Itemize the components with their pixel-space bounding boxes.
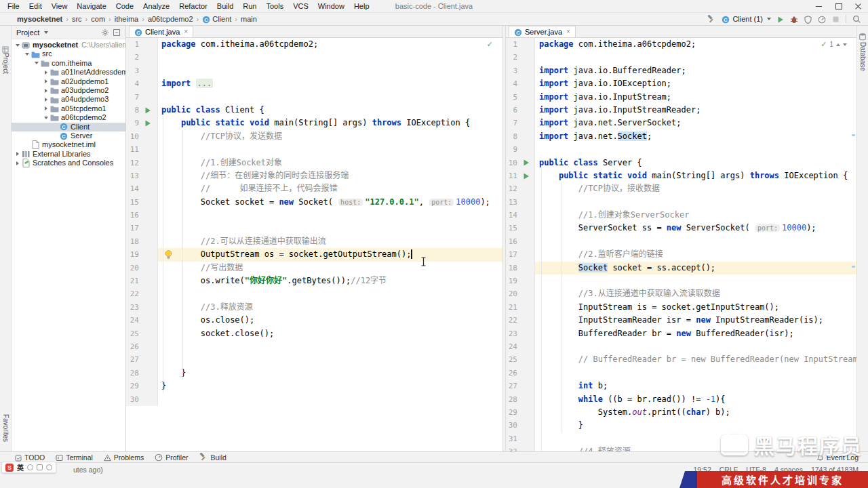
code-line-server-17[interactable]: 17 //2.监听客户端的链接: [506, 248, 856, 261]
code-text[interactable]: os.write("你好你好".getBytes());//12字节: [157, 274, 502, 287]
toolwindow-button-terminal[interactable]: Terminal: [56, 453, 93, 462]
code-text[interactable]: [534, 367, 856, 380]
tree-expand-arrow[interactable]: [43, 98, 50, 102]
code-line-client-3[interactable]: 3: [126, 64, 502, 77]
line-number[interactable]: 18: [126, 235, 142, 248]
tree-item-mysocketnet[interactable]: mysocketnetC:\Users\alienware\Ide: [12, 41, 125, 49]
line-number[interactable]: 20: [506, 287, 521, 300]
code-text[interactable]: Socket socket = ss.accept();: [534, 262, 856, 274]
project-panel-header[interactable]: Project: [12, 26, 125, 39]
tree-item-Scratches and Consoles[interactable]: Scratches and Consoles: [12, 159, 125, 167]
code-line-server-20[interactable]: 20 //3.从连接通道中获取输入流读取数据: [506, 287, 856, 300]
code-text[interactable]: //2.可以从连接通道中获取输出流: [157, 235, 502, 248]
breadcrumb-item-src[interactable]: src: [72, 15, 82, 23]
tree-item-com.itheima[interactable]: com.itheima: [12, 59, 125, 68]
build-hammer-icon[interactable]: [707, 13, 715, 25]
line-number[interactable]: 31: [506, 432, 521, 445]
code-line-server-32[interactable]: 32 //4.释放资源: [506, 445, 856, 451]
code-text[interactable]: import ...: [157, 77, 502, 90]
run-config-selector[interactable]: C Client (1): [722, 14, 771, 23]
code-text[interactable]: public static void main(String[] args) t…: [534, 169, 856, 182]
line-number[interactable]: 26: [126, 340, 142, 353]
code-text[interactable]: [157, 340, 502, 353]
line-number[interactable]: 23: [506, 327, 521, 340]
code-line-server-28[interactable]: 28 while ((b = br.read()) != -1){: [506, 393, 856, 406]
code-text[interactable]: //4.释放资源: [534, 445, 856, 451]
code-text[interactable]: [157, 287, 502, 300]
toolwindow-button-profiler[interactable]: Profiler: [155, 453, 188, 462]
tree-expand-arrow[interactable]: [43, 79, 50, 83]
line-number[interactable]: 9: [126, 117, 142, 129]
code-text[interactable]: while ((b = br.read()) != -1){: [534, 393, 856, 406]
menu-item-edit[interactable]: Edit: [24, 0, 47, 12]
tree-expand-arrow[interactable]: [14, 161, 21, 165]
tree-expand-arrow[interactable]: [43, 106, 50, 110]
breadcrumb-item-main[interactable]: main: [241, 15, 257, 23]
line-number[interactable]: 5: [506, 91, 521, 104]
line-number[interactable]: 22: [126, 287, 142, 300]
code-line-client-4[interactable]: 4import ...: [126, 77, 502, 90]
toolwindow-button-todo[interactable]: TODO: [15, 453, 45, 461]
line-number[interactable]: 23: [126, 301, 142, 314]
breadcrumb-item-a06tcpdemo2[interactable]: a06tcpdemo2: [148, 15, 193, 23]
menu-item-build[interactable]: Build: [212, 0, 238, 12]
code-text[interactable]: // 如果连接不上，代码会报错: [157, 182, 502, 195]
code-line-server-5[interactable]: 5import java.io.InputStream;: [506, 91, 856, 104]
code-text[interactable]: //3.释放资源: [157, 301, 502, 314]
code-text[interactable]: //3.从连接通道中获取输入流读取数据: [534, 287, 856, 300]
breadcrumb-item-com[interactable]: com: [91, 15, 105, 23]
line-number[interactable]: 1: [126, 38, 142, 51]
line-number[interactable]: 13: [506, 196, 521, 209]
code-text[interactable]: }: [157, 380, 502, 392]
coverage-icon[interactable]: [804, 13, 812, 25]
tree-expand-arrow[interactable]: [43, 70, 50, 75]
line-number[interactable]: 28: [506, 393, 521, 406]
line-number[interactable]: 19: [126, 248, 142, 261]
menu-item-vcs[interactable]: VCS: [288, 0, 313, 12]
code-text[interactable]: //1.创建对象ServerSocker: [534, 209, 856, 222]
ime-toolbox-icon[interactable]: [46, 464, 52, 470]
code-line-server-9[interactable]: 9: [506, 143, 856, 156]
menu-item-code[interactable]: Code: [111, 0, 138, 12]
line-number[interactable]: 3: [126, 64, 142, 77]
toolwindow-button-build[interactable]: Build: [199, 453, 226, 462]
code-text[interactable]: [157, 353, 502, 366]
code-text[interactable]: os.close();: [157, 314, 502, 327]
code-text[interactable]: //TCP协议，发送数据: [157, 130, 502, 143]
code-text[interactable]: //细节：在创建对象的同时会连接服务端: [157, 169, 502, 182]
code-text[interactable]: public static void main(String[] args) t…: [157, 117, 502, 129]
code-line-server-15[interactable]: 15 ServerSocket ss = new ServerSocket( p…: [506, 222, 856, 235]
code-text[interactable]: import java.io.InputStreamReader;: [534, 104, 856, 117]
code-text[interactable]: }: [157, 367, 502, 380]
code-text[interactable]: //TCP协议，接收数据: [534, 182, 856, 195]
line-number[interactable]: 15: [126, 196, 142, 209]
tree-expand-arrow[interactable]: [14, 152, 21, 156]
code-text[interactable]: [534, 51, 856, 64]
minimize-button[interactable]: [809, 0, 829, 13]
line-number[interactable]: 29: [506, 406, 521, 419]
line-number[interactable]: 10: [126, 130, 142, 143]
code-line-server-8[interactable]: 8import java.net.Socket;: [506, 130, 856, 143]
code-line-server-4[interactable]: 4import java.io.IOException;: [506, 77, 856, 90]
code-line-server-12[interactable]: 12 //TCP协议，接收数据: [506, 182, 856, 195]
line-number[interactable]: 17: [126, 222, 142, 235]
code-line-client-7[interactable]: 7: [126, 91, 502, 104]
code-line-client-30[interactable]: 30: [126, 393, 502, 406]
code-text[interactable]: [157, 51, 502, 64]
code-text[interactable]: import java.io.InputStream;: [534, 91, 856, 104]
code-line-server-13[interactable]: 13: [506, 196, 856, 209]
line-number[interactable]: 16: [506, 235, 521, 248]
code-line-server-30[interactable]: 30 }: [506, 419, 856, 432]
tree-item-src[interactable]: src: [12, 49, 125, 58]
line-number[interactable]: 8: [126, 104, 142, 117]
line-number[interactable]: 30: [506, 419, 521, 432]
line-number[interactable]: 22: [506, 314, 521, 327]
editor-client[interactable]: ✓ 1package com.itheima.a06tcpdemo2;234im…: [126, 38, 502, 451]
line-number[interactable]: 16: [126, 209, 142, 222]
code-line-client-8[interactable]: 8public class Client {: [126, 104, 502, 117]
code-line-server-19[interactable]: 19: [506, 274, 856, 287]
code-text[interactable]: ServerSocket ss = new ServerSocket( port…: [534, 222, 856, 235]
code-line-server-26[interactable]: 26: [506, 367, 856, 380]
code-text[interactable]: BufferedReader br = new BufferedReader(i…: [534, 327, 856, 340]
line-number[interactable]: 12: [506, 182, 521, 195]
